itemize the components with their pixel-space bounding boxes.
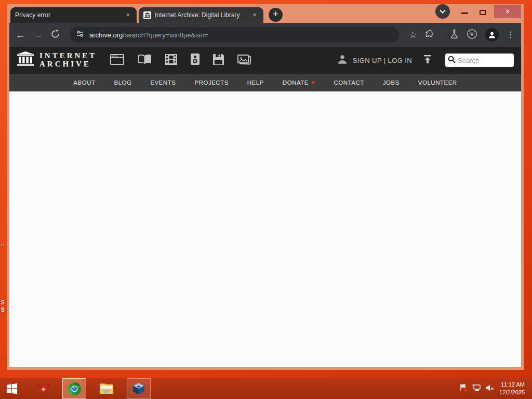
signup-login-links[interactable]: SIGN UP | LOG IN — [353, 57, 412, 64]
action-center-flag-icon[interactable]: ✕ — [459, 383, 468, 394]
forward-button[interactable]: → — [33, 30, 43, 40]
close-tab-icon[interactable]: × — [124, 11, 132, 19]
images-icon[interactable] — [237, 54, 251, 67]
network-status-icon[interactable]: ? — [472, 383, 481, 394]
archive-search-box[interactable] — [445, 54, 514, 67]
taskbar-file-explorer-button[interactable] — [95, 378, 118, 399]
video-icon[interactable] — [165, 54, 177, 67]
page-content — [9, 91, 521, 367]
start-button[interactable] — [0, 378, 24, 399]
search-icon — [448, 56, 456, 65]
svg-text:✕: ✕ — [464, 389, 467, 392]
web-icon[interactable] — [110, 54, 124, 67]
internet-archive-favicon — [143, 11, 151, 19]
volume-muted-icon[interactable]: ✕ — [486, 384, 495, 394]
nav-events[interactable]: EVENTS — [150, 79, 176, 86]
nav-jobs[interactable]: JOBS — [383, 79, 400, 86]
reload-button[interactable] — [51, 30, 60, 41]
back-button[interactable]: ← — [16, 30, 25, 40]
bookmark-star-icon[interactable]: ☆ — [409, 31, 417, 39]
nav-donate[interactable]: DONATE♥ — [283, 79, 315, 86]
heart-icon: ♥ — [311, 79, 315, 86]
nav-volunteer[interactable]: VOLUNTEER — [418, 79, 457, 86]
archive-header: INTERNET ARCHIVE — [9, 47, 521, 74]
desktop-icon-label-fragment: s — [1, 242, 4, 247]
nav-blog[interactable]: BLOG — [114, 79, 131, 86]
upload-icon[interactable] — [422, 54, 433, 66]
nav-about[interactable]: ABOUT — [73, 79, 95, 86]
archive-nav: ABOUT BLOG EVENTS PROJECTS HELP DONATE♥ … — [9, 74, 521, 91]
search-input[interactable] — [458, 57, 511, 64]
media-type-icons — [110, 54, 251, 67]
tab-title: Internet Archive: Digital Library — [155, 11, 247, 19]
browser-menu-kebab-icon[interactable]: ⋮ — [507, 31, 515, 39]
browser-toolbar: ← → archive.org/search?query=win8pe&sin=… — [9, 23, 521, 47]
address-bar[interactable]: archive.org/search?query=win8pe&sin= — [70, 27, 399, 43]
clock-time: 11:12 AM — [499, 381, 525, 389]
browser-window: Privacy error × Internet Archive: Digita… — [7, 4, 524, 370]
url-text: archive.org/search?query=win8pe&sin= — [89, 31, 208, 39]
svg-text:?: ? — [473, 384, 474, 387]
system-tray: ✕ ? ✕ 11:12 AM 12/2/2025 — [459, 381, 532, 396]
new-tab-button[interactable]: + — [269, 8, 283, 22]
tab-search-chevron-button[interactable] — [435, 4, 450, 19]
taskbar-browser-button[interactable] — [62, 378, 86, 399]
internet-archive-logo-icon[interactable] — [17, 51, 34, 70]
pinned-app-red-icon[interactable] — [31, 378, 55, 399]
software-icon[interactable] — [213, 54, 224, 67]
window-controls: × — [435, 4, 521, 19]
maximize-button[interactable] — [480, 10, 486, 15]
profile-avatar[interactable] — [485, 28, 499, 42]
desktop-icon-label-fragment: S — [1, 307, 5, 313]
title-bar: Privacy error × Internet Archive: Digita… — [9, 4, 521, 23]
toolbar-divider — [442, 30, 442, 40]
site-info-icon[interactable] — [76, 30, 84, 40]
close-tab-icon[interactable]: × — [250, 11, 259, 19]
nav-contact[interactable]: CONTACT — [334, 79, 364, 86]
downloads-icon[interactable] — [467, 29, 477, 42]
audio-icon[interactable] — [191, 54, 200, 67]
extensions-icon[interactable] — [424, 29, 434, 41]
internet-archive-wordmark[interactable]: INTERNET ARCHIVE — [39, 52, 97, 69]
close-window-button[interactable]: × — [494, 5, 521, 18]
taskbar-virtualbox-button[interactable] — [127, 378, 151, 399]
tab-internet-archive[interactable]: Internet Archive: Digital Library × — [139, 7, 263, 23]
tab-privacy-error[interactable]: Privacy error × — [10, 7, 137, 23]
minimize-button[interactable] — [461, 12, 468, 14]
archive-header-right: SIGN UP | LOG IN — [337, 54, 514, 67]
taskbar-clock[interactable]: 11:12 AM 12/2/2025 — [499, 381, 527, 396]
person-icon — [337, 54, 348, 66]
nav-projects[interactable]: PROJECTS — [194, 79, 228, 86]
nav-help[interactable]: HELP — [247, 79, 264, 86]
labs-flask-icon[interactable] — [450, 29, 459, 41]
taskbar: ✕ ? ✕ 11:12 AM 12/2/2025 — [0, 378, 532, 399]
texts-icon[interactable] — [138, 54, 152, 67]
desktop-icon-label-fragment: S — [1, 300, 5, 305]
svg-text:✕: ✕ — [490, 387, 494, 391]
tab-title: Privacy error — [15, 11, 120, 19]
clock-date: 12/2/2025 — [499, 389, 525, 396]
